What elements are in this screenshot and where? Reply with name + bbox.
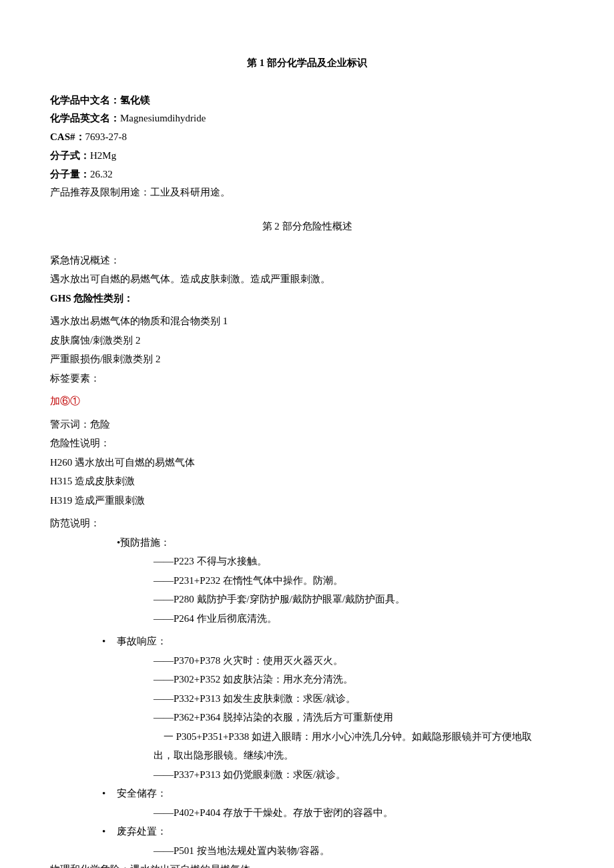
mw-label: 分子量： bbox=[50, 169, 90, 179]
storage-header: •安全储存： bbox=[102, 784, 564, 803]
p501: ——P501 按当地法规处置内装物/容器。 bbox=[154, 841, 564, 861]
p305-p351-p338-line1: 一 P305+P351+P338 如进入眼睛：用水小心冲洗几分钟。如戴隐形眼镜并… bbox=[154, 727, 564, 747]
phys-chem-label: 物理和化学危险： bbox=[50, 864, 130, 868]
label-elements: 标签要素： bbox=[50, 369, 564, 388]
cas-value: 7693-27-8 bbox=[85, 131, 127, 142]
p332-p313: ——P332+P313 如发生皮肤刺激：求医/就诊。 bbox=[154, 689, 564, 709]
chemical-en-name: 化学品英文名：Magnesiumdihydride bbox=[50, 109, 564, 128]
cn-name-value: 氢化镁 bbox=[120, 95, 150, 105]
en-name-value: Magnesiumdihydride bbox=[120, 113, 206, 123]
ghs-label: GHS 危险性类别： bbox=[50, 289, 564, 308]
cn-name-label: 化学品中文名： bbox=[50, 95, 120, 105]
hazard-h260: H260 遇水放出可自燃的易燃气体 bbox=[50, 453, 564, 472]
precaution-label: 防范说明： bbox=[50, 514, 564, 533]
response-header: •事故响应： bbox=[102, 632, 564, 651]
p280: ——P280 戴防护手套/穿防护服/戴防护眼罩/戴防护面具。 bbox=[154, 590, 564, 609]
p402-p404: ——P402+P404 存放于干燥处。存放于密闭的容器中。 bbox=[154, 803, 564, 823]
en-name-label: 化学品英文名： bbox=[50, 113, 120, 123]
hazard-pictograms: 加⑥① bbox=[50, 392, 564, 411]
hazard-statement-label: 危险性说明： bbox=[50, 434, 564, 453]
molecular-weight: 分子量：26.32 bbox=[50, 165, 564, 184]
formula-value: H2Mg bbox=[90, 150, 116, 161]
signal-value: 危险 bbox=[90, 419, 110, 430]
ghs-item-1: 遇水放出易燃气体的物质和混合物类别 1 bbox=[50, 312, 564, 331]
p264: ——P264 作业后彻底清洗。 bbox=[154, 609, 564, 628]
hazard-h319: H319 造成严重眼刺激 bbox=[50, 491, 564, 510]
cas-label: CAS#： bbox=[50, 131, 85, 142]
emergency-text: 遇水放出可自燃的易燃气体。造成皮肤刺激。造成严重眼刺激。 bbox=[50, 270, 564, 289]
section-1-title: 第 1 部分化学品及企业标识 bbox=[50, 53, 564, 73]
p337-p313: ——P337+P313 如仍觉眼刺激：求医/就诊。 bbox=[154, 765, 564, 785]
p305-p351-p338-line2: 出，取出隐形眼镜。继续冲洗。 bbox=[154, 746, 564, 765]
response-header-text: 事故响应： bbox=[117, 636, 167, 646]
physical-chemical-hazard: 物理和化学危险：遇水放出可自燃的易燃气体。 bbox=[50, 860, 564, 868]
bullet-icon: • bbox=[102, 822, 117, 841]
phys-chem-value: 遇水放出可自燃的易燃气体。 bbox=[130, 864, 260, 868]
ghs-item-2: 皮肤腐蚀/刺激类别 2 bbox=[50, 331, 564, 350]
signal-word: 警示词：危险 bbox=[50, 415, 564, 434]
p231-p232: ——P231+P232 在惰性气体中操作。防潮。 bbox=[154, 571, 564, 590]
bullet-icon: • bbox=[102, 632, 117, 651]
hazard-h315: H315 造成皮肤刺激 bbox=[50, 472, 564, 491]
recommended-use: 产品推荐及限制用途：工业及科研用途。 bbox=[50, 183, 564, 202]
signal-label: 警示词： bbox=[50, 419, 90, 430]
use-label: 产品推荐及限制用途： bbox=[50, 187, 150, 197]
p362-p364: ——P362+P364 脱掉沾染的衣服，清洗后方可重新使用 bbox=[154, 708, 564, 727]
ghs-item-3: 严重眼损伤/眼刺激类别 2 bbox=[50, 350, 564, 369]
section-2-title: 第 2 部分危险性概述 bbox=[50, 217, 564, 236]
p302-p352: ——P302+P352 如皮肤沾染：用水充分清洗。 bbox=[154, 670, 564, 689]
formula-label: 分子式： bbox=[50, 150, 90, 161]
use-value: 工业及科研用途。 bbox=[150, 187, 230, 197]
prevention-header: •预防措施： bbox=[117, 533, 564, 552]
chemical-cn-name: 化学品中文名：氢化镁 bbox=[50, 91, 564, 110]
p370-p378: ——P370+P378 火灾时：使用灭火器灭火。 bbox=[154, 651, 564, 671]
mw-value: 26.32 bbox=[90, 169, 113, 179]
p223: ——P223 不得与水接触。 bbox=[154, 552, 564, 571]
bullet-icon: • bbox=[102, 784, 117, 803]
disposal-header-text: 废弃处置： bbox=[117, 826, 167, 837]
molecular-formula: 分子式：H2Mg bbox=[50, 147, 564, 165]
cas-number: CAS#：7693-27-8 bbox=[50, 128, 564, 147]
storage-header-text: 安全储存： bbox=[117, 788, 167, 799]
disposal-header: •废弃处置： bbox=[102, 822, 564, 841]
emergency-label: 紧急情况概述： bbox=[50, 251, 564, 270]
